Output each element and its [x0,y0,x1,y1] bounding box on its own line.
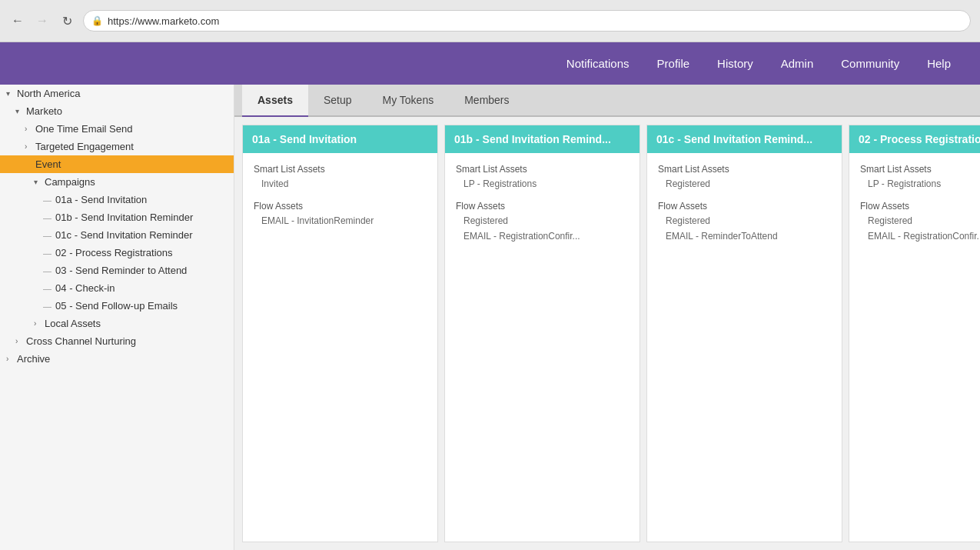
url-text: https://www.marketo.com [108,15,219,27]
url-bar[interactable]: 🔒 https://www.marketo.com [83,10,971,32]
column-header-col3[interactable]: 01c - Send Invitation Remind... [647,125,842,153]
content-area: Assets Setup My Tokens Members 01a - Sen… [234,85,980,550]
toggle-icon: › [15,337,26,345]
lock-icon: 🔒 [91,15,103,26]
section-item[interactable]: EMAIL - InvitationReminder [243,213,437,228]
section-label: Smart List Assets [647,159,842,176]
sidebar-item-north-america[interactable]: ▾ North America [0,85,234,102]
sidebar-item-04[interactable]: — 04 - Check-in [0,279,234,297]
sidebar-label: 01a - Send Invitation [55,194,147,205]
tab-setup[interactable]: Setup [308,85,367,117]
sidebar-label: 03 - Send Reminder to Attend [55,265,187,276]
tabs-bar: Assets Setup My Tokens Members [234,85,980,117]
sidebar-item-01b[interactable]: — 01b - Send Invitation Reminder [0,208,234,226]
back-button[interactable]: ← [9,12,26,29]
sidebar-item-03[interactable]: — 03 - Send Reminder to Attend [0,262,234,279]
toggle-icon: ▾ [34,178,45,186]
sidebar-label: North America [17,88,80,99]
toggle-icon: ▾ [6,89,17,98]
columns-area: 01a - Send InvitationSmart List AssetsIn… [234,117,980,550]
sidebar-label: 01b - Send Invitation Reminder [55,212,193,223]
nav-notifications[interactable]: Notifications [553,42,643,85]
sidebar-label: 05 - Send Follow-up Emails [55,300,178,312]
tab-my-tokens[interactable]: My Tokens [367,85,450,117]
campaign-column-col1: 01a - Send InvitationSmart List AssetsIn… [242,125,438,542]
sidebar-item-campaigns[interactable]: ▾ Campaigns [0,173,234,191]
toggle-icon: › [25,142,35,151]
toggle-icon: › [25,125,35,133]
sidebar-label: Campaigns [45,176,95,188]
sidebar-label: One Time Email Send [35,123,132,135]
sidebar-label: Local Assets [45,318,101,329]
toggle-icon: › [34,319,45,328]
nav-history[interactable]: History [703,42,767,85]
sidebar-label: Marketo [26,105,62,117]
header-nav: Notifications Profile History Admin Comm… [553,42,965,85]
refresh-button[interactable]: ↻ [58,12,75,29]
section-label: Smart List Assets [849,159,980,176]
sidebar-item-01c[interactable]: — 01c - Send Invitation Reminder [0,226,234,244]
tab-members[interactable]: Members [449,85,524,117]
sidebar-label: 04 - Check-in [55,282,115,294]
section-label: Smart List Assets [445,159,639,176]
app-header: Notifications Profile History Admin Comm… [0,42,980,85]
section-item[interactable]: Invited [243,176,437,192]
nav-help[interactable]: Help [913,42,965,85]
sidebar-item-local-assets[interactable]: › Local Assets [0,315,234,332]
sidebar-label: Cross Channel Nurturing [26,335,136,347]
sidebar-label: 02 - Process Registrations [55,247,172,258]
sidebar-item-marketo[interactable]: ▾ Marketo [0,102,234,120]
sidebar-label: Targeted Engagement [35,141,134,152]
nav-profile[interactable]: Profile [643,42,704,85]
sidebar-item-event[interactable]: Event [0,155,234,173]
column-header-col1[interactable]: 01a - Send Invitation [243,125,437,153]
browser-bar: ← → ↻ 🔒 https://www.marketo.com [0,0,980,42]
tab-assets[interactable]: Assets [242,85,308,117]
section-item[interactable]: EMAIL - RegistrationConfir... [849,228,980,244]
nav-admin[interactable]: Admin [767,42,828,85]
section-item[interactable]: Registered [647,176,842,192]
sidebar: ▾ North America▾ Marketo› One Time Email… [0,85,234,550]
section-item[interactable]: LP - Registrations [445,176,639,192]
sidebar-label: Archive [17,353,50,365]
section-item[interactable]: EMAIL - ReminderToAttend [647,228,842,244]
section-item[interactable]: Registered [849,213,980,228]
main-layout: ▾ North America▾ Marketo› One Time Email… [0,85,980,550]
column-header-col4[interactable]: 02 - Process Registration [849,125,980,153]
section-item[interactable]: LP - Registrations [849,176,980,192]
sidebar-label: Event [35,158,61,170]
sidebar-item-02[interactable]: — 02 - Process Registrations [0,244,234,262]
section-label: Flow Assets [849,196,980,213]
sidebar-item-01a[interactable]: — 01a - Send Invitation [0,191,234,208]
section-label: Flow Assets [647,196,842,213]
section-label: Flow Assets [445,196,639,213]
section-item[interactable]: Registered [445,213,639,228]
toggle-icon: › [6,355,17,363]
section-label: Flow Assets [243,196,437,213]
nav-community[interactable]: Community [827,42,913,85]
sidebar-item-archive[interactable]: › Archive [0,350,234,368]
column-header-col2[interactable]: 01b - Send Invitation Remind... [445,125,639,153]
sidebar-item-one-time-email[interactable]: › One Time Email Send [0,120,234,138]
sidebar-item-cross-channel[interactable]: › Cross Channel Nurturing [0,332,234,350]
sidebar-item-05[interactable]: — 05 - Send Follow-up Emails [0,297,234,315]
toggle-icon: ▾ [15,107,26,115]
campaign-column-col3: 01c - Send Invitation Remind...Smart Lis… [646,125,842,542]
section-item[interactable]: EMAIL - RegistrationConfir... [445,228,639,244]
campaign-column-col4: 02 - Process RegistrationSmart List Asse… [849,125,980,542]
section-item[interactable]: Registered [647,213,842,228]
campaign-column-col2: 01b - Send Invitation Remind...Smart Lis… [444,125,640,542]
forward-button[interactable]: → [34,12,51,29]
section-label: Smart List Assets [243,159,437,176]
sidebar-item-targeted-engagement[interactable]: › Targeted Engagement [0,138,234,155]
sidebar-label: 01c - Send Invitation Reminder [55,229,192,241]
